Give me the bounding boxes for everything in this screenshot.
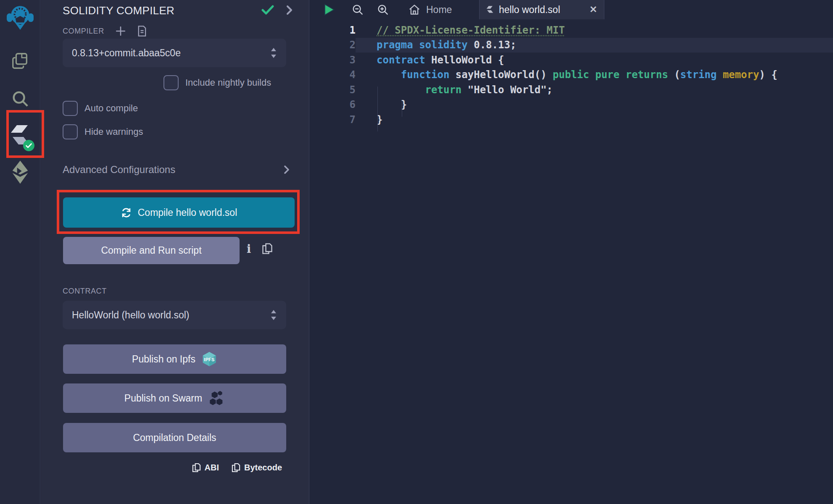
zoom-in-icon[interactable]: [377, 0, 389, 19]
code-editor[interactable]: 1// SPDX-License-Identifier: MIT2pragma …: [310, 19, 833, 504]
compilation-details-label: Compilation Details: [133, 432, 216, 444]
checkbox[interactable]: [63, 124, 78, 139]
auto-compile-checkbox-row[interactable]: Auto compile: [63, 101, 138, 116]
compile-and-run-button[interactable]: Compile and Run script: [63, 237, 240, 264]
advanced-configurations-toggle[interactable]: Advanced Configurations: [63, 164, 290, 176]
publish-ipfs-label: Publish on Ipfs: [132, 354, 195, 365]
checkbox[interactable]: [63, 101, 78, 116]
editor-tab-bar: Home hello world.sol ✕: [310, 0, 833, 19]
line-number: 5: [310, 84, 356, 96]
line-number: 4: [310, 69, 356, 81]
tab-home-label: Home: [426, 4, 452, 16]
code-lines: 1// SPDX-License-Identifier: MIT2pragma …: [310, 23, 833, 127]
publish-swarm-label: Publish on Swarm: [124, 393, 202, 404]
indent-guide: [377, 87, 378, 131]
line-number: 7: [310, 114, 356, 126]
search-icon[interactable]: [11, 89, 30, 108]
contract-select[interactable]: HelloWorld (hello world.sol): [63, 301, 286, 329]
code-line-content: function sayHelloWorld() public pure ret…: [356, 68, 833, 83]
code-line[interactable]: 2pragma solidity 0.8.13;: [310, 38, 833, 53]
code-line-content: }: [356, 112, 833, 127]
indent-guide: [402, 102, 402, 117]
code-line[interactable]: 1// SPDX-License-Identifier: MIT: [310, 23, 833, 38]
code-line[interactable]: 4 function sayHelloWorld() public pure r…: [310, 68, 833, 83]
solidity-compiler-icon[interactable]: [10, 124, 30, 148]
line-number: 6: [310, 99, 356, 110]
select-arrows-icon: [270, 47, 277, 58]
icon-bar: [0, 0, 40, 504]
abi-label: ABI: [205, 463, 219, 472]
compile-success-check-icon: [261, 5, 274, 15]
home-icon: [408, 3, 421, 16]
include-nightly-builds-checkbox-row[interactable]: Include nightly builds: [163, 75, 271, 90]
solidity-compiler-panel: SOLIDITY COMPILER COMPILER 0.8.13+commit…: [41, 0, 309, 504]
contract-section-label: CONTRACT: [63, 287, 107, 296]
compile-and-run-label: Compile and Run script: [101, 245, 201, 256]
line-number: 3: [310, 54, 356, 66]
publish-on-swarm-button[interactable]: Publish on Swarm: [63, 383, 286, 413]
code-line[interactable]: 7}: [310, 112, 833, 127]
zoom-out-icon[interactable]: [352, 0, 364, 19]
compiler-version-value: 0.8.13+commit.abaa5c0e: [72, 47, 270, 59]
compile-button[interactable]: Compile hello world.sol: [63, 197, 295, 228]
advanced-configurations-label: Advanced Configurations: [63, 164, 284, 176]
compiler-section-label: COMPILER: [63, 27, 104, 36]
checkbox-label: Hide warnings: [84, 126, 143, 137]
add-compiler-icon[interactable]: [115, 26, 126, 37]
run-play-icon[interactable]: [324, 0, 335, 19]
copy-icon[interactable]: [262, 243, 273, 255]
compiled-check-badge: [23, 140, 34, 151]
tab-file-label: hello world.sol: [499, 4, 584, 16]
open-file-icon[interactable]: [137, 25, 147, 37]
checkbox-label: Auto compile: [84, 103, 138, 114]
line-number: 2: [310, 39, 356, 51]
tab-hello-world-sol[interactable]: hello world.sol ✕: [479, 0, 604, 19]
editor-area: Home hello world.sol ✕ 1// SPDX-License-…: [310, 0, 833, 504]
code-line-content: pragma solidity 0.8.13;: [356, 38, 833, 53]
swarm-hexagons-icon: [208, 390, 225, 407]
remix-logo[interactable]: [6, 3, 34, 31]
tab-home[interactable]: Home: [405, 0, 455, 19]
ipfs-icon: IPFS: [201, 352, 217, 366]
panel-collapse-chevron-icon[interactable]: [287, 5, 293, 15]
abi-copy-link[interactable]: ABI: [192, 463, 219, 472]
line-number: 1: [310, 24, 356, 36]
panel-title: SOLIDITY COMPILER: [63, 4, 174, 17]
file-explorer-icon[interactable]: [11, 51, 30, 71]
bytecode-copy-link[interactable]: Bytecode: [232, 463, 282, 472]
bytecode-label: Bytecode: [244, 463, 282, 472]
code-line-content: contract HelloWorld {: [356, 52, 833, 68]
deploy-run-icon[interactable]: [11, 160, 29, 184]
checkbox[interactable]: [163, 75, 179, 90]
solidity-file-icon: [486, 5, 493, 14]
compilation-details-button[interactable]: Compilation Details: [63, 423, 286, 452]
contract-select-value: HelloWorld (hello world.sol): [72, 310, 270, 321]
info-icon[interactable]: i: [247, 243, 251, 255]
refresh-icon: [121, 207, 132, 218]
chevron-right-icon: [284, 165, 290, 174]
checkbox-label: Include nightly builds: [185, 77, 271, 88]
hide-warnings-checkbox-row[interactable]: Hide warnings: [63, 124, 143, 139]
publish-on-ipfs-button[interactable]: Publish on Ipfs IPFS: [63, 344, 286, 374]
compile-button-label: Compile hello world.sol: [138, 207, 237, 218]
tab-close-icon[interactable]: ✕: [590, 4, 597, 15]
code-line[interactable]: 5 return "Hello World";: [310, 82, 833, 97]
code-line-content: // SPDX-License-Identifier: MIT: [356, 23, 833, 38]
code-line-content: return "Hello World";: [356, 82, 833, 97]
code-line-content: }: [356, 97, 833, 113]
select-arrows-icon: [270, 310, 277, 320]
code-line[interactable]: 3contract HelloWorld {: [310, 52, 833, 68]
code-line[interactable]: 6 }: [310, 97, 833, 113]
compiler-version-select[interactable]: 0.8.13+commit.abaa5c0e: [63, 39, 286, 67]
